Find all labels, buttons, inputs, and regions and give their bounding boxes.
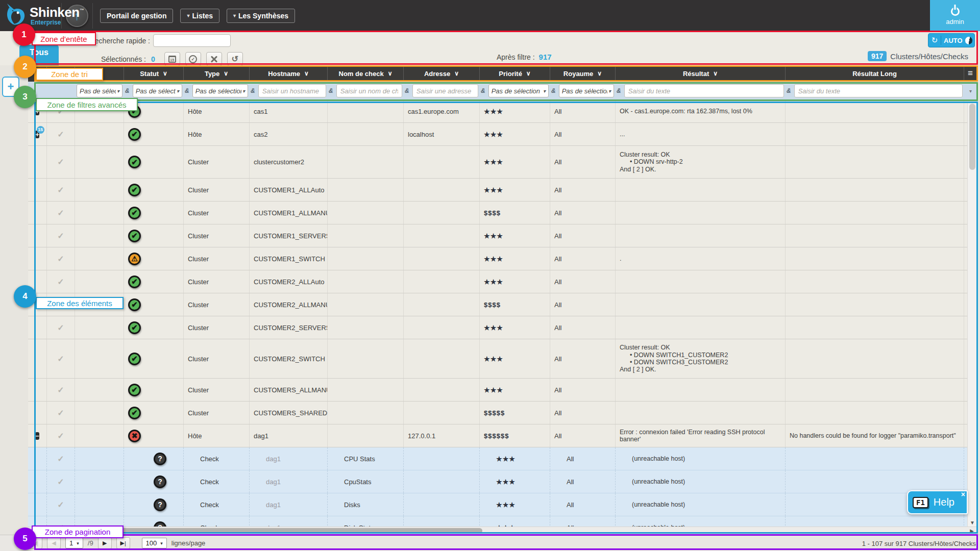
next-page-button[interactable]: ▶ bbox=[98, 537, 112, 549]
filter-select-type[interactable]: Pas de sélection▾ bbox=[192, 84, 248, 97]
row-select-check-icon[interactable]: ✓ bbox=[57, 277, 64, 287]
shinken-logo[interactable]: Shinken™ Enterprise bbox=[0, 3, 61, 29]
table-row-customers-allmanu[interactable]: ✓✔ClusterCUSTOMERS_ALLMANU★★★All bbox=[28, 379, 977, 402]
filter-input-hostname[interactable] bbox=[258, 84, 326, 97]
cell-hostname: dag1 bbox=[250, 447, 328, 470]
cell-resultat_long: No handlers could be found for logger "p… bbox=[786, 424, 964, 447]
column-header-hostname[interactable]: Hostname∨ bbox=[250, 65, 328, 82]
vertical-scrollbar-thumb[interactable] bbox=[969, 104, 975, 170]
column-header-type[interactable]: Type∨ bbox=[184, 65, 250, 82]
table-row-customer2-switch[interactable]: ✓✔ClusterCUSTOMER2_SWITCH★★★AllCluster r… bbox=[28, 339, 977, 379]
table-row-dag1[interactable]: −✓✖Hôtedag1127.0.0.1$$$$$$AllError : con… bbox=[28, 424, 977, 447]
filter-and-separator: & bbox=[329, 87, 333, 94]
column-sort-chevron-icon[interactable]: ∨ bbox=[713, 70, 718, 77]
row-select-check-icon[interactable]: ✓ bbox=[57, 231, 64, 241]
row-select-check-icon[interactable]: ✓ bbox=[57, 157, 64, 167]
table-row-customer1-allmanu[interactable]: ✓✔ClusterCUSTOMER1_ALLMANU$$$$All bbox=[28, 202, 977, 224]
row-select-check-icon[interactable]: ✓ bbox=[57, 254, 64, 264]
selected-label: Sélectionnés : bbox=[101, 55, 146, 63]
filter-select-priorite[interactable]: Pas de sélection▾ bbox=[488, 84, 549, 97]
table-row-customer1-allauto[interactable]: ✓✔ClusterCUSTOMER1_ALLAuto★★★All bbox=[28, 179, 977, 202]
table-row-customer2-allauto[interactable]: ✓✔ClusterCUSTOMER2_ALLAuto★★★All bbox=[28, 270, 977, 293]
menu-item-portail-de-gestion[interactable]: Portail de gestion bbox=[100, 9, 173, 23]
table-row-cas1[interactable]: +✓✔Hôtecas1cas1.europe.com★★★AllOK - cas… bbox=[28, 100, 977, 123]
cell-resultat: . bbox=[616, 247, 786, 270]
row-select-check-icon[interactable]: ✓ bbox=[57, 323, 64, 333]
row-select-check-icon[interactable]: ✓ bbox=[57, 454, 64, 464]
per-page-label: lignes/page bbox=[172, 539, 206, 547]
column-header-label: Hostname bbox=[268, 70, 300, 78]
column-header-adresse[interactable]: Adresse∨ bbox=[404, 65, 480, 82]
table-row-cpustats[interactable]: ✓?Checkdag1CpuStats★★★All(unreachable ho… bbox=[28, 470, 977, 493]
table-row-customer2-allmanu[interactable]: ✓✔ClusterCUSTOMER2_ALLMANU$$$$All bbox=[28, 293, 977, 316]
menu-item-listes[interactable]: ▾Listes bbox=[180, 9, 219, 23]
menu-item-les-synth-ses[interactable]: ▾Les Synthèses bbox=[227, 9, 295, 23]
filter-and-separator: & bbox=[551, 87, 556, 94]
acknowledge-button[interactable]: ✓ bbox=[185, 52, 201, 66]
table-row-customer2-servers[interactable]: ✓✔ClusterCUSTOMER2_SERVERS★★★All bbox=[28, 316, 977, 339]
table-row-customer1-switch[interactable]: ✓⚠ClusterCUSTOMER1_SWITCH★★★All. bbox=[28, 247, 977, 270]
filter-input-adresse[interactable] bbox=[412, 84, 478, 97]
column-sort-chevron-icon[interactable]: ∨ bbox=[454, 70, 459, 77]
row-select-check-icon[interactable]: ✓ bbox=[57, 408, 64, 418]
column-header-resultat[interactable]: Résultat∨ bbox=[616, 65, 786, 82]
filter-menu-chevron-icon[interactable]: ▾ bbox=[969, 88, 972, 94]
help-popup[interactable]: F1 Help × bbox=[907, 490, 968, 514]
filter-select-extra[interactable]: Pas de sélection▾ bbox=[77, 84, 122, 97]
table-row-customers-shared[interactable]: ✓✔ClusterCUSTOMERS_SHARED$$$$$All bbox=[28, 402, 977, 424]
undo-button[interactable]: ↺ bbox=[227, 52, 243, 66]
auto-refresh-button[interactable]: ↻ AUTO bbox=[928, 33, 975, 47]
column-sort-chevron-icon[interactable]: ∨ bbox=[388, 70, 393, 77]
row-select-check-icon[interactable]: ✓ bbox=[57, 185, 64, 195]
column-header-resultat_long[interactable]: Résultat Long bbox=[786, 65, 964, 82]
row-select-check-icon[interactable]: ✓ bbox=[57, 354, 64, 364]
filter-select-royaume[interactable]: Pas de sélection▾ bbox=[559, 84, 614, 97]
cell-resultat_long bbox=[786, 402, 964, 424]
collapse-icon[interactable]: − bbox=[35, 432, 39, 440]
row-select-check-icon[interactable]: ✓ bbox=[57, 130, 64, 139]
scroll-right-icon[interactable]: ▶ bbox=[970, 528, 974, 534]
filter-input-resultat[interactable] bbox=[624, 84, 784, 97]
cell-statut: ⚠ bbox=[124, 247, 184, 270]
page-select[interactable]: 1 ▾ bbox=[65, 538, 83, 548]
table-row-clustercustomer2[interactable]: ✓✔Clusterclustercustomer2★★★AllCluster r… bbox=[28, 146, 977, 179]
prev-page-button[interactable]: ◀ bbox=[47, 537, 61, 549]
user-menu[interactable]: admin bbox=[930, 0, 980, 31]
filter-input-check[interactable] bbox=[336, 84, 402, 97]
cell-select: ✓ bbox=[47, 493, 75, 516]
column-header-priorite[interactable]: Priorité∨ bbox=[480, 65, 550, 82]
row-select-check-icon[interactable]: ✓ bbox=[57, 500, 64, 510]
row-select-check-icon[interactable]: ✓ bbox=[57, 431, 64, 441]
columns-menu-icon[interactable]: ≡ bbox=[968, 68, 973, 79]
filter-select-statut[interactable]: Pas de sélection▾ bbox=[133, 84, 182, 97]
table-row-disk-stats[interactable]: ✓?Checkdag1Disk Stats★★★All(unreachable … bbox=[28, 516, 977, 527]
quick-search-input[interactable] bbox=[153, 34, 231, 47]
column-sort-chevron-icon[interactable]: ∨ bbox=[163, 70, 167, 77]
column-header-check[interactable]: Nom de check∨ bbox=[328, 65, 404, 82]
filter-input-resultat_long[interactable] bbox=[794, 84, 963, 97]
status-ok-icon: ✔ bbox=[128, 128, 141, 141]
table-row-customer1-servers[interactable]: ✓✔ClusterCUSTOMER1_SERVERS★★★All bbox=[28, 224, 977, 247]
table-row-disks[interactable]: ✓?Checkdag1Disks★★★All(unreachable host) bbox=[28, 493, 977, 516]
calendar-button[interactable]: 15 bbox=[164, 52, 180, 66]
tools-button[interactable] bbox=[206, 52, 222, 66]
column-sort-chevron-icon[interactable]: ∨ bbox=[224, 70, 228, 77]
row-select-check-icon[interactable]: ✓ bbox=[57, 208, 64, 218]
column-header-menu[interactable]: ≡ bbox=[964, 65, 977, 82]
row-select-check-icon[interactable]: ✓ bbox=[57, 385, 64, 395]
last-page-button[interactable]: ▶| bbox=[116, 537, 130, 549]
vertical-scrollbar[interactable]: ▼ bbox=[967, 102, 977, 527]
column-sort-chevron-icon[interactable]: ∨ bbox=[597, 70, 602, 77]
column-sort-chevron-icon[interactable]: ∨ bbox=[526, 70, 531, 77]
table-row-cas2[interactable]: +15✓✔Hôtecas2localhost★★★All... bbox=[28, 123, 977, 146]
table-row-cpu-stats[interactable]: ✓?Checkdag1CPU Stats★★★All(unreachable h… bbox=[28, 447, 977, 470]
page-size-select[interactable]: 100 ▾ bbox=[142, 538, 167, 548]
cell-statut: ✔ bbox=[124, 224, 184, 247]
column-sort-chevron-icon[interactable]: ∨ bbox=[304, 70, 309, 77]
close-icon[interactable]: × bbox=[961, 490, 965, 498]
column-header-royaume[interactable]: Royaume∨ bbox=[550, 65, 616, 82]
column-header-statut[interactable]: Statut∨ bbox=[124, 65, 184, 82]
row-select-check-icon[interactable]: ✓ bbox=[57, 477, 64, 487]
scroll-down-icon[interactable]: ▼ bbox=[970, 520, 975, 525]
horizontal-scrollbar[interactable]: ▶ bbox=[28, 527, 977, 535]
